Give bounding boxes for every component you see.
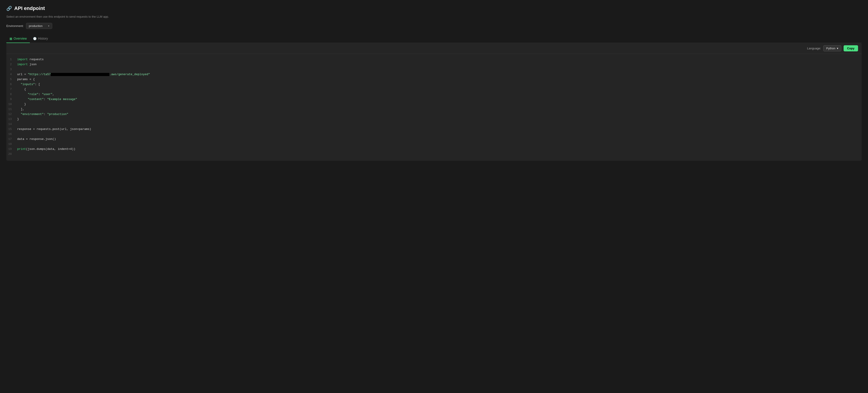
page-title: API endpoint: [14, 5, 45, 11]
code-line: 13 }: [6, 117, 862, 122]
code-line: 10 }: [6, 102, 862, 107]
api-icon: 🔗: [6, 6, 12, 11]
code-line: 7 {: [6, 87, 862, 92]
code-line: 3: [6, 67, 862, 73]
code-line: 18: [6, 142, 862, 147]
tab-overview[interactable]: ▦ Overview: [6, 34, 30, 43]
code-line: 4 url = "https://ta57 .aws/generate_depl…: [6, 73, 862, 78]
page-header: 🔗 API endpoint: [6, 5, 862, 11]
code-line: 16: [6, 132, 862, 137]
code-line: 15 response = requests.post(url, json=pa…: [6, 127, 862, 132]
tab-history[interactable]: 🕐 History: [30, 34, 51, 43]
code-area: 1 import requests 2 import json 3 4 url …: [6, 54, 862, 161]
subtitle: Select an environment then use this endp…: [6, 15, 862, 18]
code-line: 6 "inputs": [: [6, 82, 862, 87]
code-section: Language: Python ▾ Copy 1 import request…: [6, 43, 862, 161]
environment-row: Environment: production staging developm…: [6, 23, 862, 29]
code-line: 20: [6, 152, 862, 157]
language-select-button[interactable]: Python ▾: [823, 45, 841, 51]
copy-button[interactable]: Copy: [844, 45, 858, 51]
chevron-down-icon: ▾: [48, 25, 49, 27]
code-line: 12 "environment": "production": [6, 112, 862, 117]
environment-label: Environment:: [6, 24, 24, 28]
tabs-container: ▦ Overview 🕐 History: [6, 34, 862, 43]
code-line: 8 "role": "user",: [6, 92, 862, 97]
code-line: 1 import requests: [6, 57, 862, 62]
code-line: 2 import json: [6, 62, 862, 67]
code-toolbar: Language: Python ▾ Copy: [6, 43, 862, 54]
code-line: 17 data = response.json(): [6, 137, 862, 142]
language-value: Python: [826, 47, 835, 50]
tab-history-label: History: [38, 37, 48, 40]
code-line: 5 params = {: [6, 78, 862, 82]
overview-icon: ▦: [9, 37, 12, 40]
code-line: 9 "content": "Example message": [6, 97, 862, 102]
environment-dropdown[interactable]: production staging development: [29, 24, 47, 28]
language-label: Language:: [807, 47, 821, 50]
environment-selector[interactable]: production staging development ▾: [26, 23, 52, 29]
code-line: 19 print(json.dumps(data, indent=4)): [6, 147, 862, 152]
chevron-down-icon: ▾: [837, 47, 838, 50]
code-line: 14: [6, 122, 862, 127]
history-icon: 🕐: [33, 37, 37, 40]
code-line: 11 ],: [6, 107, 862, 112]
tab-overview-label: Overview: [13, 37, 27, 40]
